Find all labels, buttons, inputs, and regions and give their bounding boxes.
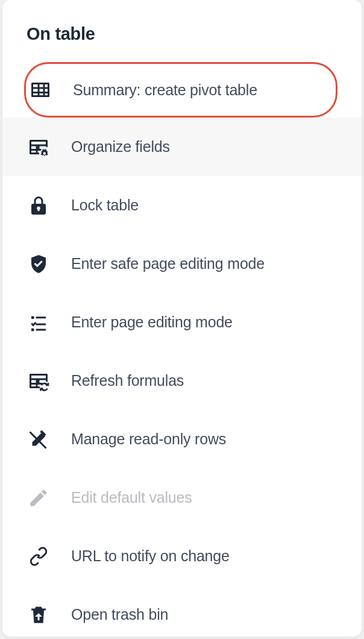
menu-label: Open trash bin <box>71 606 168 623</box>
menu-label: URL to notify on change <box>71 547 230 565</box>
panel-title: On table <box>27 24 362 44</box>
table-gear-icon <box>27 135 51 159</box>
trash-restore-icon <box>27 603 51 627</box>
menu-item-page-edit[interactable]: Enter page editing mode <box>2 293 362 351</box>
menu-item-notify[interactable]: URL to notify on change <box>2 527 362 585</box>
lock-icon <box>27 194 51 218</box>
menu-item-organize[interactable]: Organize fields <box>2 118 362 176</box>
menu-label: Organize fields <box>71 138 170 156</box>
menu-label: Refresh formulas <box>71 372 184 389</box>
menu-label: Summary: create pivot table <box>73 81 257 99</box>
table-refresh-icon <box>27 369 51 393</box>
menu-item-defaults: Edit default values <box>2 468 362 527</box>
table-grid-icon <box>28 78 52 102</box>
on-table-panel: On table Summary: create pivot table Org… <box>2 0 362 637</box>
menu-item-lock[interactable]: Lock table <box>2 176 362 235</box>
menu-label: Lock table <box>71 197 139 214</box>
menu-item-summary[interactable]: Summary: create pivot table <box>24 62 337 118</box>
menu-label: Edit default values <box>71 489 192 506</box>
shield-check-icon <box>27 252 51 276</box>
link-icon <box>27 544 51 568</box>
menu-item-refresh[interactable]: Refresh formulas <box>2 351 362 410</box>
menu-label: Enter safe page editing mode <box>71 255 265 272</box>
menu-list: Summary: create pivot table Organize fie… <box>2 62 362 637</box>
menu-item-readonly[interactable]: Manage read-only rows <box>2 410 362 468</box>
pencil-icon <box>27 486 51 510</box>
checklist-icon <box>27 310 51 335</box>
menu-item-trash[interactable]: Open trash bin <box>2 585 362 637</box>
menu-item-safe-edit[interactable]: Enter safe page editing mode <box>2 235 362 293</box>
pencil-slash-icon <box>27 427 51 452</box>
menu-label: Manage read-only rows <box>71 430 226 448</box>
menu-label: Enter page editing mode <box>71 313 233 331</box>
